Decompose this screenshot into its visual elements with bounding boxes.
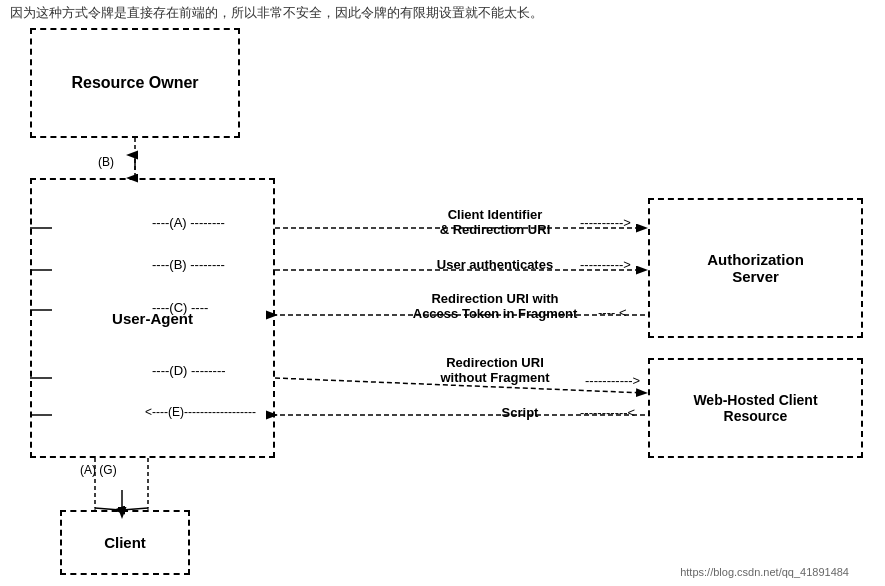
label-c-arrow: ---- <: [598, 305, 627, 320]
label-b-top: (B): [98, 155, 114, 169]
label-b-marker: ----(B) --------: [152, 257, 225, 272]
label-b-arrow: ---------->: [580, 257, 631, 272]
watermark: https://blog.csdn.net/qq_41891484: [680, 566, 849, 578]
label-e-marker: <----(E)------------------: [145, 405, 256, 419]
auth-server-label: AuthorizationServer: [707, 251, 804, 285]
label-c-marker: ----(C) ----: [152, 300, 208, 315]
resource-owner-label: Resource Owner: [71, 74, 198, 92]
auth-server-box: AuthorizationServer: [648, 198, 863, 338]
client-box: Client: [60, 510, 190, 575]
top-description: 因为这种方式令牌是直接存在前端的，所以非常不安全，因此令牌的有限期设置就不能太长…: [10, 4, 855, 22]
label-a-arrow: ---------->: [580, 215, 631, 230]
web-hosted-box: Web-Hosted ClientResource: [648, 358, 863, 458]
resource-owner-box: Resource Owner: [30, 28, 240, 138]
client-label: Client: [104, 534, 146, 551]
label-redirection-frag: Redirection URI withAccess Token in Frag…: [350, 291, 640, 321]
label-a-marker: ----(A) --------: [152, 215, 225, 230]
label-d-arrow: ----------->: [585, 373, 640, 388]
label-e-arrow: -----------<: [580, 405, 635, 420]
label-ag: (A) (G): [80, 463, 117, 477]
label-d-marker: ----(D) --------: [152, 363, 226, 378]
web-hosted-label: Web-Hosted ClientResource: [693, 392, 817, 424]
